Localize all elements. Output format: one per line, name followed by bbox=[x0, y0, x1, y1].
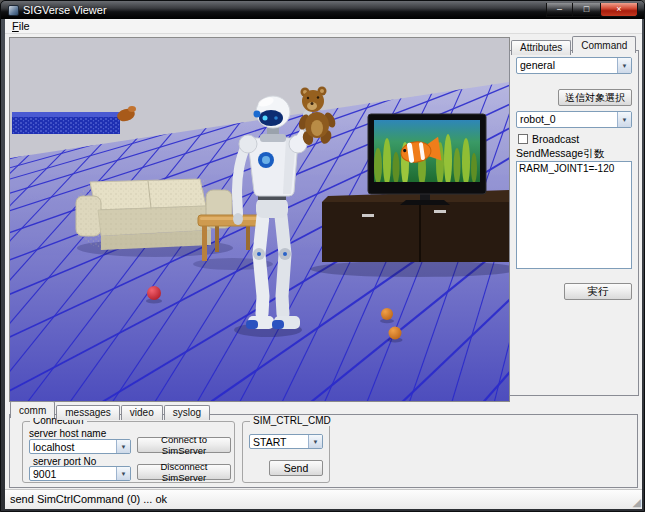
sim-cmd-combo[interactable]: START ▼ bbox=[249, 434, 323, 449]
client-area: AttributesCommand general ▼ 送信対象選択 robot… bbox=[5, 34, 642, 489]
chevron-down-icon: ▼ bbox=[617, 112, 631, 127]
tab-syslog[interactable]: syslog bbox=[164, 405, 210, 420]
chevron-down-icon: ▼ bbox=[617, 58, 631, 73]
sim-cmd-combo-value: START bbox=[250, 435, 308, 448]
execute-button[interactable]: 実行 bbox=[564, 283, 632, 300]
right-panel-tabs: AttributesCommand bbox=[511, 35, 637, 51]
target-combo-value: robot_0 bbox=[517, 112, 617, 127]
3d-viewport[interactable] bbox=[9, 37, 510, 402]
send-message-label: SendMessage引数 bbox=[516, 147, 604, 161]
resize-grip[interactable]: ◢ bbox=[633, 497, 641, 508]
connect-button[interactable]: Connect to SimServer bbox=[137, 437, 231, 453]
sim-ctrl-group: SIM_CTRL_CMD START ▼ Send bbox=[242, 421, 330, 483]
send-button[interactable]: Send bbox=[269, 460, 323, 476]
statusbar: send SimCtrlCommand (0) ... ok ◢ bbox=[5, 489, 642, 509]
target-combo[interactable]: robot_0 ▼ bbox=[516, 111, 632, 128]
maximize-icon: □ bbox=[584, 5, 589, 14]
checkbox-icon bbox=[518, 134, 528, 144]
menubar: File bbox=[5, 19, 642, 34]
menu-file[interactable]: File bbox=[5, 20, 37, 32]
host-label: server host name bbox=[29, 428, 106, 439]
connection-group: Connection server host name localhost ▼ … bbox=[22, 421, 235, 483]
app-window: SIGVerse Viewer – □ × File bbox=[0, 0, 645, 512]
message-input[interactable]: RARM_JOINT1=-120 bbox=[516, 161, 632, 269]
broadcast-checkbox[interactable]: Broadcast bbox=[518, 133, 579, 145]
status-text: send SimCtrlCommand (0) ... ok bbox=[10, 493, 167, 505]
chevron-down-icon: ▼ bbox=[116, 440, 130, 453]
port-combo-value: 9001 bbox=[30, 467, 116, 480]
tab-attributes[interactable]: Attributes bbox=[511, 40, 571, 55]
category-combo-value: general bbox=[517, 58, 617, 73]
comm-pane: Connection server host name localhost ▼ … bbox=[9, 414, 638, 488]
sim-ctrl-group-title: SIM_CTRL_CMD bbox=[250, 415, 334, 426]
resize-grip-icon: ◢ bbox=[633, 496, 641, 508]
titlebar[interactable]: SIGVerse Viewer – □ × bbox=[1, 1, 645, 19]
bottom-tabs: commmessagesvideosyslog bbox=[10, 400, 211, 415]
tab-command[interactable]: Command bbox=[572, 36, 636, 53]
command-panel: general ▼ 送信対象選択 robot_0 ▼ Broadcast Sen… bbox=[509, 50, 639, 396]
window-title: SIGVerse Viewer bbox=[23, 4, 546, 16]
tab-video[interactable]: video bbox=[121, 405, 163, 420]
minimize-button[interactable]: – bbox=[546, 3, 573, 17]
scene-canvas bbox=[10, 38, 509, 401]
host-combo[interactable]: localhost ▼ bbox=[29, 439, 131, 454]
category-combo[interactable]: general ▼ bbox=[516, 57, 632, 74]
broadcast-label: Broadcast bbox=[532, 133, 579, 145]
minimize-icon: – bbox=[557, 5, 562, 14]
disconnect-button[interactable]: Disconnect SimServer bbox=[137, 464, 231, 480]
port-combo[interactable]: 9001 ▼ bbox=[29, 466, 131, 481]
tv bbox=[368, 114, 486, 205]
tab-messages[interactable]: messages bbox=[56, 405, 120, 420]
window-controls: – □ × bbox=[546, 3, 638, 17]
app-icon bbox=[8, 5, 19, 16]
close-button[interactable]: × bbox=[600, 3, 638, 17]
close-icon: × bbox=[616, 5, 621, 14]
tab-comm[interactable]: comm bbox=[10, 401, 55, 418]
maximize-button[interactable]: □ bbox=[573, 3, 600, 17]
select-target-button[interactable]: 送信対象選択 bbox=[558, 89, 632, 106]
chevron-down-icon: ▼ bbox=[308, 435, 322, 448]
chevron-down-icon: ▼ bbox=[116, 467, 130, 480]
host-combo-value: localhost bbox=[30, 440, 116, 453]
